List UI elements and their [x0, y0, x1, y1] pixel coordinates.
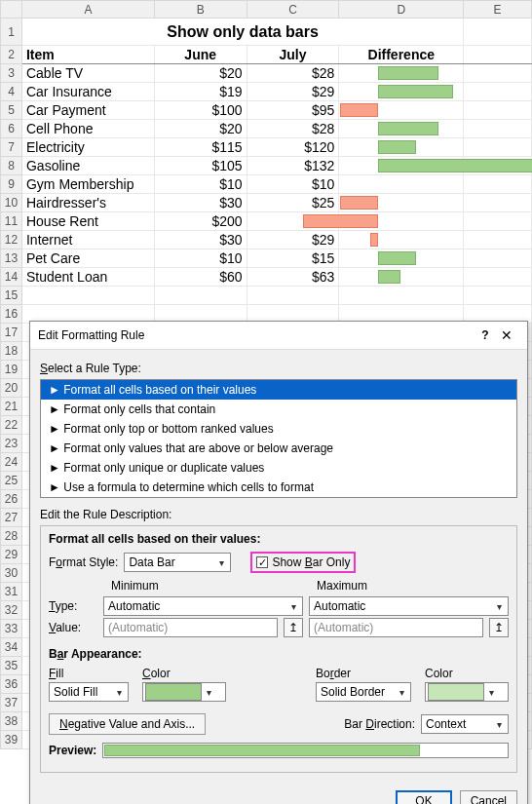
title-cell[interactable]: Show only data bars: [21, 19, 463, 46]
july-cell[interactable]: $132: [247, 157, 339, 175]
col-header-A[interactable]: A: [21, 1, 154, 19]
item-cell[interactable]: Cell Phone: [21, 120, 154, 138]
row-header[interactable]: 20: [1, 379, 22, 398]
fill-combo[interactable]: Solid Fill▾: [49, 682, 129, 702]
diff-bar-cell[interactable]: [339, 194, 464, 212]
help-button[interactable]: ?: [476, 328, 494, 342]
negative-value-axis-button[interactable]: Negative Value and Axis...: [49, 713, 206, 735]
row-header[interactable]: 5: [1, 101, 22, 120]
col-header-D[interactable]: D: [339, 1, 464, 19]
rule-type-list[interactable]: ► Format all cells based on their values…: [40, 379, 517, 498]
row-header[interactable]: 32: [1, 601, 22, 620]
row-header[interactable]: 30: [1, 564, 22, 583]
june-cell[interactable]: $105: [154, 157, 247, 175]
item-cell[interactable]: Car Insurance: [21, 83, 154, 101]
row-header[interactable]: 17: [1, 324, 22, 342]
rule-type-item[interactable]: ► Format only top or bottom ranked value…: [41, 419, 516, 439]
show-bar-only-checkbox[interactable]: ✓ Show Bar Only: [250, 552, 356, 573]
june-cell[interactable]: $20: [154, 64, 247, 83]
item-cell[interactable]: Hairdresser's: [21, 194, 154, 212]
item-cell[interactable]: Gasoline: [21, 157, 154, 175]
diff-bar-cell[interactable]: [339, 231, 464, 249]
diff-bar-cell[interactable]: [339, 101, 464, 120]
row-header[interactable]: 36: [1, 675, 22, 694]
row-header[interactable]: 7: [1, 138, 22, 157]
item-cell[interactable]: Internet: [21, 231, 154, 249]
diff-bar-cell[interactable]: [339, 249, 464, 268]
min-type-combo[interactable]: Automatic▾: [103, 596, 303, 616]
max-ref-button[interactable]: ↥: [489, 618, 509, 637]
diff-bar-cell[interactable]: [339, 64, 464, 83]
june-cell[interactable]: $200: [154, 212, 247, 231]
column-header-cell[interactable]: June: [154, 46, 247, 64]
row-header[interactable]: 6: [1, 120, 22, 138]
row-header[interactable]: 33: [1, 620, 22, 638]
diff-bar-cell[interactable]: [339, 120, 464, 138]
col-header-C[interactable]: C: [247, 1, 339, 19]
row-header[interactable]: 31: [1, 583, 22, 601]
july-cell[interactable]: $95: [247, 101, 339, 120]
item-cell[interactable]: House Rent: [21, 212, 154, 231]
column-header-cell[interactable]: Item: [21, 46, 154, 64]
row-header[interactable]: 3: [1, 64, 22, 83]
row-header[interactable]: 4: [1, 83, 22, 101]
row-header[interactable]: 21: [1, 398, 22, 416]
row-header[interactable]: 22: [1, 416, 22, 435]
diff-bar-cell[interactable]: [339, 83, 464, 101]
june-cell[interactable]: $10: [154, 249, 247, 268]
rule-type-item[interactable]: ► Format only cells that contain: [41, 400, 516, 419]
fill-color-combo[interactable]: ▾: [142, 682, 226, 702]
july-cell[interactable]: $10: [247, 175, 339, 194]
item-cell[interactable]: Pet Care: [21, 249, 154, 268]
row-header[interactable]: 12: [1, 231, 22, 249]
row-header[interactable]: 16: [1, 305, 22, 324]
row-header[interactable]: 8: [1, 157, 22, 175]
min-ref-button[interactable]: ↥: [284, 618, 303, 637]
row-header[interactable]: 34: [1, 638, 22, 657]
row-header[interactable]: 13: [1, 249, 22, 268]
dialog-titlebar[interactable]: Edit Formatting Rule ? ✕: [30, 322, 527, 350]
column-header-cell[interactable]: Difference: [339, 46, 464, 64]
june-cell[interactable]: $20: [154, 120, 247, 138]
july-cell[interactable]: $120: [247, 138, 339, 157]
july-cell[interactable]: $25: [247, 194, 339, 212]
row-header[interactable]: 2: [1, 46, 22, 64]
row-header[interactable]: 11: [1, 212, 22, 231]
row-header[interactable]: 26: [1, 490, 22, 509]
item-cell[interactable]: Gym Membership: [21, 175, 154, 194]
june-cell[interactable]: $60: [154, 268, 247, 287]
july-cell[interactable]: $28: [247, 64, 339, 83]
corner-cell[interactable]: [1, 1, 22, 19]
item-cell[interactable]: Car Payment: [21, 101, 154, 120]
july-cell[interactable]: $29: [247, 231, 339, 249]
row-header[interactable]: 38: [1, 712, 22, 731]
border-color-combo[interactable]: ▾: [425, 682, 509, 702]
june-cell[interactable]: $30: [154, 194, 247, 212]
item-cell[interactable]: Cable TV: [21, 64, 154, 83]
max-type-combo[interactable]: Automatic▾: [309, 596, 509, 616]
bar-direction-combo[interactable]: Context▾: [421, 714, 509, 734]
diff-bar-cell[interactable]: [339, 138, 464, 157]
july-cell[interactable]: $29: [247, 83, 339, 101]
format-style-combo[interactable]: Data Bar▾: [124, 553, 231, 572]
rule-type-item[interactable]: ► Format only unique or duplicate values: [41, 458, 516, 478]
june-cell[interactable]: $115: [154, 138, 247, 157]
rule-type-item[interactable]: ► Format all cells based on their values: [41, 380, 516, 400]
row-header[interactable]: 23: [1, 435, 22, 453]
diff-bar-cell[interactable]: [339, 157, 464, 175]
row-header[interactable]: 25: [1, 472, 22, 490]
item-cell[interactable]: Electricity: [21, 138, 154, 157]
diff-bar-cell[interactable]: [339, 212, 464, 231]
item-cell[interactable]: Student Loan: [21, 268, 154, 287]
row-header[interactable]: 10: [1, 194, 22, 212]
row-header[interactable]: 19: [1, 361, 22, 379]
row-header[interactable]: 24: [1, 453, 22, 472]
row-header[interactable]: 15: [1, 287, 22, 305]
row-header[interactable]: 39: [1, 731, 22, 749]
row-header[interactable]: 28: [1, 527, 22, 546]
close-button[interactable]: ✕: [494, 327, 519, 343]
col-header-E[interactable]: E: [464, 1, 532, 19]
row-header[interactable]: 14: [1, 268, 22, 287]
min-value-input[interactable]: (Automatic): [103, 618, 278, 637]
max-value-input[interactable]: (Automatic): [309, 618, 483, 637]
